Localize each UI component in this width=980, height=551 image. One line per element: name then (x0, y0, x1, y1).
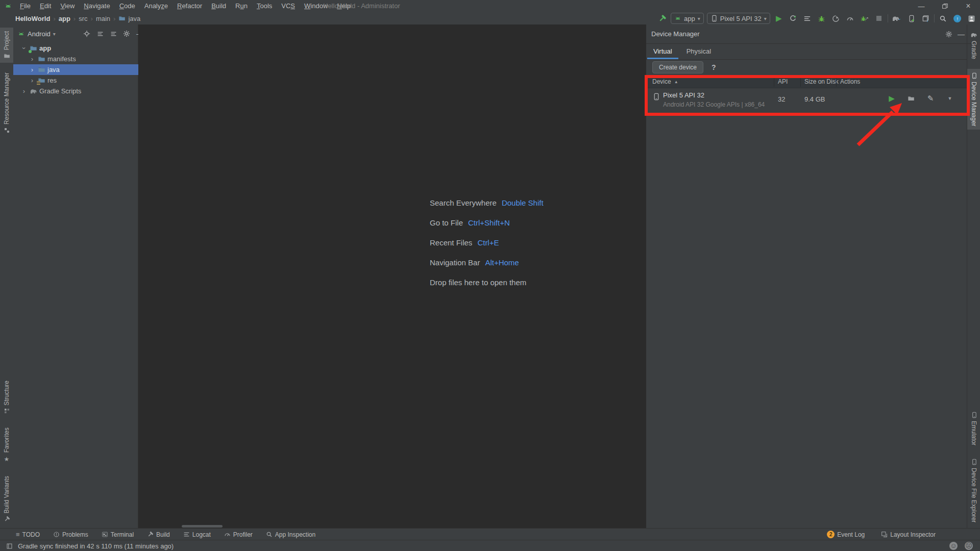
menu-run[interactable]: Run (231, 0, 252, 12)
project-settings-button[interactable] (121, 28, 132, 39)
create-device-button[interactable]: Create device (652, 61, 703, 73)
target-device-select[interactable]: Pixel 5 API 32 ▾ (707, 13, 770, 24)
device-api: 32 (778, 95, 785, 103)
shortcut-go-to-file: Go to FileCtrl+Shift+N (430, 218, 510, 227)
chevron-down-icon[interactable]: ▾ (53, 31, 56, 37)
project-view-select[interactable]: Android (28, 30, 51, 38)
open-device-folder-button[interactable] (904, 93, 918, 104)
toolwindow-profiler[interactable]: Profiler (219, 529, 257, 540)
event-log-badge: 2 (827, 531, 835, 538)
menu-build[interactable]: Build (207, 0, 231, 12)
chevron-down-icon: ▾ (698, 16, 700, 21)
launch-device-button[interactable]: ▶ (885, 93, 898, 104)
apply-code-changes-button[interactable] (802, 13, 813, 24)
sidebar-item-favorites[interactable]: Favorites ★ (0, 424, 13, 466)
editor-horizontal-scrollbar[interactable] (182, 525, 223, 528)
shortcut-navigation-bar: Navigation BarAlt+Home (430, 258, 519, 267)
sidebar-item-emulator[interactable]: Emulator (967, 408, 980, 449)
toolwindow-app-inspection[interactable]: App Inspection (261, 529, 320, 540)
column-api[interactable]: API (778, 78, 788, 85)
menu-refactor[interactable]: Refactor (173, 0, 207, 12)
tree-item-java[interactable]: › java (13, 64, 153, 75)
menu-view[interactable]: View (56, 0, 79, 12)
editor-empty-state: Search EverywhereDouble Shift Go to File… (138, 24, 646, 528)
sidebar-item-device-file-explorer[interactable]: Device File Explorer (967, 455, 980, 526)
device-manager-button[interactable]: ● (905, 13, 917, 24)
toolwindow-layout-inspector[interactable]: Layout Inspector (876, 529, 940, 540)
avatar-icon (968, 15, 975, 22)
sidebar-item-project[interactable]: Project (0, 28, 13, 63)
run-with-coverage-button[interactable] (830, 13, 842, 24)
hide-panel-button[interactable]: — (958, 30, 965, 38)
expand-all-button[interactable] (94, 28, 106, 39)
run-configuration-select[interactable]: app ▾ (671, 13, 704, 24)
sidebar-item-resource-manager[interactable]: Resource Manager (0, 69, 13, 137)
device-row-pixel5[interactable]: Pixel 5 API 32 Android API 32 Google API… (646, 88, 967, 113)
menu-navigate[interactable]: Navigate (79, 0, 114, 12)
minimize-window-button[interactable]: — (910, 0, 933, 12)
tree-item-gradle-scripts[interactable]: › Gradle Scripts (13, 86, 145, 96)
sidebar-item-device-manager[interactable]: Device Manager (967, 69, 980, 130)
tab-virtual[interactable]: Virtual (646, 43, 679, 59)
navigation-toolbar: HelloWorld › app › src › main › java app… (0, 12, 980, 25)
module-folder-icon (30, 44, 37, 52)
column-actions[interactable]: Actions (840, 78, 860, 85)
collapse-all-button[interactable] (108, 28, 119, 39)
help-icon[interactable]: ? (712, 63, 716, 71)
breadcrumb-src[interactable]: src (79, 15, 87, 22)
menu-edit[interactable]: Edit (35, 0, 56, 12)
more-device-actions-button[interactable]: ▼ (943, 93, 957, 104)
toolwindow-build[interactable]: Build (142, 529, 175, 540)
play-icon: ▶ (889, 94, 895, 103)
account-avatar-button[interactable] (966, 13, 977, 24)
restore-window-button[interactable] (933, 0, 957, 12)
run-play-icon: ▶ (776, 14, 782, 23)
sdk-manager-button[interactable]: ↓ (920, 13, 931, 24)
profile-app-button[interactable] (845, 13, 856, 24)
menu-file[interactable]: File (15, 0, 35, 12)
select-opened-file-button[interactable] (81, 28, 92, 39)
profiler-gauge-icon (846, 15, 854, 22)
attach-debugger-button[interactable]: ↗ (859, 13, 870, 24)
toolwindow-terminal[interactable]: Terminal (97, 529, 138, 540)
sidebar-item-structure[interactable]: Structure (0, 377, 13, 418)
breadcrumb-app[interactable]: app (59, 15, 70, 22)
happy-feedback-icon[interactable]: ☺ (949, 542, 958, 550)
tree-item-res[interactable]: › res (13, 75, 153, 86)
toolwindow-todo[interactable]: ≡ TODO (11, 529, 44, 540)
tree-item-manifests[interactable]: › manifests (13, 54, 153, 64)
column-device[interactable]: Device (652, 78, 671, 85)
column-size[interactable]: Size on Disk (804, 78, 839, 85)
tool-window-switcher-icon[interactable] (6, 543, 13, 549)
menu-analyze[interactable]: Analyze (140, 0, 173, 12)
run-button[interactable]: ▶ (773, 13, 785, 24)
toolwindow-logcat[interactable]: Logcat (179, 529, 215, 540)
ide-update-button[interactable]: ↑ (952, 13, 963, 24)
menu-tools[interactable]: Tools (252, 0, 277, 12)
sync-gradle-button[interactable]: ⌄ (891, 13, 902, 24)
apply-changes-restart-button[interactable] (788, 13, 799, 24)
emulator-phone-icon (971, 412, 977, 418)
sad-feedback-icon[interactable]: ☹ (965, 542, 973, 550)
tab-physical[interactable]: Physical (679, 43, 718, 59)
toolwindow-event-log[interactable]: 2 Event Log (822, 529, 869, 540)
build-project-button[interactable] (656, 13, 668, 24)
debug-button[interactable] (816, 13, 827, 24)
search-everywhere-button[interactable] (938, 13, 949, 24)
tree-item-app[interactable]: › app (13, 43, 145, 54)
menu-vcs[interactable]: VCS (277, 0, 300, 12)
edit-device-button[interactable]: ✎ (924, 93, 937, 104)
panel-settings-button[interactable] (945, 31, 952, 38)
folder-icon (38, 66, 45, 73)
stop-button[interactable] (873, 13, 885, 24)
device-manager-actions-row: Create device ? (646, 59, 973, 76)
breadcrumb-main[interactable]: main (96, 15, 110, 22)
sidebar-item-build-variants[interactable]: Build Variants (0, 472, 13, 526)
bottom-tool-windows-bar: ≡ TODO Problems Terminal Build Logcat (0, 528, 980, 540)
toolwindow-problems[interactable]: Problems (48, 529, 93, 540)
todo-list-icon: ≡ (16, 531, 20, 538)
breadcrumb-java[interactable]: java (128, 15, 140, 22)
menu-code[interactable]: Code (115, 0, 140, 12)
close-window-button[interactable]: × (957, 0, 980, 12)
breadcrumb-project[interactable]: HelloWorld (15, 15, 50, 22)
